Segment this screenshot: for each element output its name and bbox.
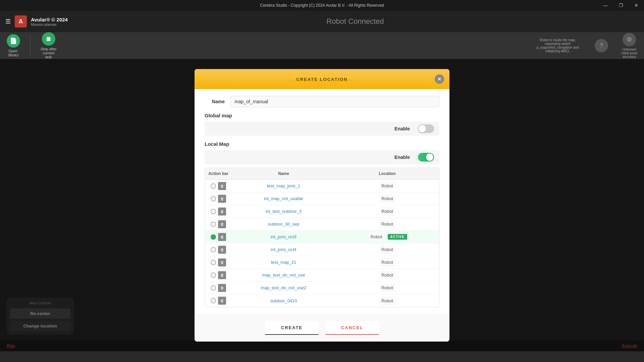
map-name-cell: outdoor_0410: [232, 296, 335, 305]
open-library-icon: 📄: [7, 34, 20, 48]
connection-status: Robot Connected: [72, 17, 639, 26]
map-name-cell: int_joris_oct4: [232, 245, 335, 254]
location-cell: Robot: [335, 269, 439, 281]
location-cell: Robot: [335, 205, 439, 217]
local-map-enable-label: Enable: [394, 155, 410, 160]
map-name-cell: int_test_outdoor_3: [232, 207, 335, 216]
toolbar-open-library-label: Openlibrary: [8, 49, 18, 57]
location-cell: Robot: [335, 282, 439, 294]
toolbar-right: Robot is inside the map, requesting swit…: [534, 33, 637, 59]
row-delete-button[interactable]: 🗑: [218, 195, 226, 203]
name-label: Name: [205, 99, 225, 104]
row-actions: 🗑: [205, 246, 232, 254]
modal-close-button[interactable]: ✕: [435, 74, 444, 84]
maps-table: Action bar Name Location 🗑 test_map_jori…: [205, 168, 439, 307]
local-map-title: Local Map: [205, 141, 439, 147]
global-map-toggle-knob: [419, 125, 426, 132]
location-value: Robot: [379, 181, 395, 190]
unknown-label: Unknownrobot poseaccuracy: [622, 48, 637, 59]
status-text: Robot is inside the map, requesting swit…: [534, 38, 581, 53]
local-map-toggle-knob: [426, 154, 433, 161]
global-map-toggle[interactable]: [418, 124, 434, 133]
minimize-button[interactable]: —: [598, 0, 613, 11]
help-icon: ?: [595, 39, 608, 52]
maps-table-body: 🗑 test_map_joris_1 Robot 🗑 int_map_not_u…: [205, 180, 439, 307]
row-actions: 🗑: [205, 297, 232, 305]
location-value: Robot: [379, 258, 395, 267]
map-name-cell: int_joris_oct3: [232, 232, 335, 241]
row-delete-button[interactable]: 🗑: [218, 207, 226, 216]
stop-task-icon: ⏹: [42, 32, 55, 46]
row-radio-button[interactable]: [211, 260, 216, 265]
row-radio-button[interactable]: [211, 247, 216, 252]
location-value: Robot: [379, 270, 395, 280]
app-subtitle: Mission planner: [31, 22, 68, 26]
row-radio-button[interactable]: [211, 273, 216, 278]
create-button[interactable]: CREATE: [265, 321, 319, 335]
maps-table-header: Action bar Name Location: [205, 168, 439, 180]
title-bar: Cerebra Studio - Copyright (C) 2024 Avul…: [0, 0, 644, 11]
row-actions: 🗑: [205, 182, 232, 190]
close-window-button[interactable]: ✕: [629, 0, 644, 11]
row-radio-button[interactable]: [211, 285, 216, 291]
map-name-cell: test_map_joris_1: [232, 181, 335, 190]
toolbar-help[interactable]: ?: [595, 39, 608, 52]
toolbar-stop-task[interactable]: ⏹ Stop aftercurrenttask: [41, 32, 57, 59]
table-row: 🗑 int_test_outdoor_3 Robot: [205, 205, 439, 218]
row-actions: 🗑: [205, 284, 232, 292]
main-area: Map Controls Re-center Change location P…: [0, 59, 644, 351]
toolbar-divider: [30, 36, 31, 56]
row-radio-button[interactable]: [211, 183, 216, 189]
row-delete-button[interactable]: 🗑: [218, 258, 226, 266]
row-actions: 🗑: [205, 271, 232, 279]
local-map-toggle[interactable]: [418, 153, 434, 162]
location-value: Robot: [379, 283, 395, 292]
location-cell: Robot: [335, 256, 439, 268]
cancel-button[interactable]: CANCEL: [325, 321, 379, 335]
row-radio-button[interactable]: [211, 209, 216, 214]
location-value: Robot: [369, 232, 384, 241]
row-delete-button[interactable]: 🗑: [218, 284, 226, 292]
global-map-toggle-row: Enable: [205, 122, 439, 136]
row-delete-button[interactable]: 🗑: [218, 182, 226, 190]
location-value: Robot: [379, 207, 395, 216]
location-cell: Robot: [335, 295, 439, 307]
row-radio-button[interactable]: [211, 298, 216, 303]
hamburger-icon[interactable]: ☰: [5, 18, 11, 25]
col-name: Name: [232, 171, 335, 176]
table-row: 🗑 map_test_do_not_use2 Robot: [205, 282, 439, 294]
toolbar-unknown-accuracy: ⚙ Unknownrobot poseaccuracy: [622, 33, 637, 59]
name-input[interactable]: [230, 96, 439, 107]
toolbar-open-library[interactable]: 📄 Openlibrary: [7, 34, 20, 57]
row-delete-button[interactable]: 🗑: [218, 297, 226, 305]
toolbar-status-area: Robot is inside the map, requesting swit…: [534, 38, 581, 53]
table-row: 🗑 map_test_do_not_use Robot: [205, 269, 439, 282]
row-radio-button[interactable]: [211, 196, 216, 201]
location-value: Robot: [379, 245, 395, 254]
modal-header: CREATE LOCATION ✕: [195, 69, 449, 89]
location-cell: Robot: [335, 218, 439, 230]
restore-button[interactable]: ❐: [613, 0, 629, 11]
row-delete-button[interactable]: 🗑: [218, 271, 226, 279]
toolbar: 📄 Openlibrary ⏹ Stop aftercurrenttask Ro…: [0, 32, 644, 59]
row-delete-button[interactable]: 🗑: [218, 233, 226, 241]
table-row: 🗑 outdoor_30_sep Robot: [205, 218, 439, 231]
row-delete-button[interactable]: 🗑: [218, 220, 226, 228]
map-name-cell: outdoor_30_sep: [232, 220, 335, 229]
table-row: 🗑 test_map_joris_1 Robot: [205, 180, 439, 192]
row-delete-button[interactable]: 🗑: [218, 246, 226, 254]
row-radio-button[interactable]: [211, 222, 216, 227]
row-radio-button[interactable]: [211, 234, 216, 240]
logo-badge: A: [15, 15, 27, 27]
location-value: Robot: [379, 220, 395, 229]
modal-body: Name Global map Enable Local Map Enable: [195, 89, 449, 314]
table-row: 🗑 int_joris_oct4 Robot: [205, 243, 439, 256]
row-actions: 🗑: [205, 207, 232, 216]
location-cell: Robot: [335, 193, 439, 204]
brand-name: Avular® © 2024: [31, 17, 68, 22]
table-row: 🗑 int_map_not_usable Robot: [205, 192, 439, 205]
map-name-cell: int_map_not_usable: [232, 194, 335, 203]
row-actions: 🗑: [205, 233, 232, 241]
col-action-bar: Action bar: [205, 171, 232, 176]
modal-footer: CREATE CANCEL: [195, 314, 449, 342]
